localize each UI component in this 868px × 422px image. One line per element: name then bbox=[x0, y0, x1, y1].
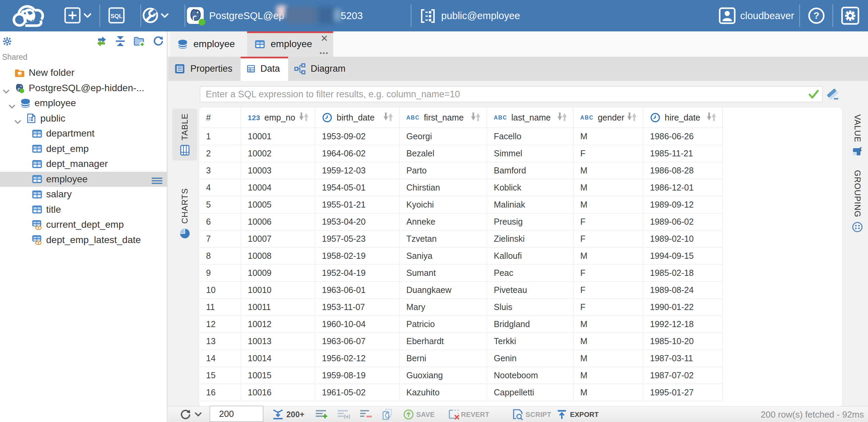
grid-cell[interactable]: 1964-06-02 bbox=[315, 145, 399, 162]
tree-item-menu-handle-icon[interactable] bbox=[151, 176, 163, 187]
grid-cell[interactable]: Chirstian bbox=[399, 179, 487, 196]
sort-arrows-icon[interactable] bbox=[706, 112, 717, 124]
grid-cell[interactable]: F bbox=[573, 230, 643, 248]
close-tab-icon[interactable] bbox=[321, 35, 328, 42]
grid-cell[interactable]: 10015 bbox=[241, 367, 315, 384]
tree-item-dept-emp[interactable]: dept_emp bbox=[0, 141, 167, 157]
grid-cell[interactable]: 10001 bbox=[241, 128, 315, 145]
grid-cell[interactable]: 10012 bbox=[241, 316, 315, 333]
grid-cell[interactable]: Kazuhito bbox=[399, 384, 487, 401]
grid-cell[interactable]: F bbox=[573, 145, 643, 162]
new-connection-chevron-icon[interactable] bbox=[83, 13, 92, 18]
grid-cell[interactable]: 7 bbox=[199, 230, 241, 248]
grid-cell[interactable]: 1952-04-19 bbox=[315, 265, 399, 282]
grid-cell[interactable]: 1953-09-02 bbox=[315, 128, 399, 145]
grid-cell[interactable]: 1957-05-23 bbox=[315, 230, 399, 248]
grid-cell[interactable]: 1985-11-21 bbox=[643, 145, 723, 162]
grid-cell[interactable]: 11 bbox=[199, 299, 241, 316]
grid-cell[interactable]: 1959-08-19 bbox=[315, 367, 399, 384]
grid-cell[interactable]: M bbox=[573, 179, 643, 196]
grid-cell[interactable]: 2 bbox=[199, 145, 241, 162]
column-header-last_name[interactable]: ABClast_name bbox=[487, 108, 573, 128]
grid-cell[interactable]: M bbox=[573, 248, 643, 265]
grid-cell[interactable]: Kalloufi bbox=[487, 248, 573, 265]
tree-expand-chevron-icon[interactable] bbox=[3, 86, 10, 90]
export-button[interactable]: EXPORT bbox=[556, 407, 608, 422]
sql-editor-button[interactable]: SQL bbox=[108, 7, 125, 24]
grid-cell[interactable]: 1994-09-15 bbox=[643, 248, 723, 265]
tree-item-salary[interactable]: salary bbox=[0, 187, 167, 202]
grid-cell[interactable]: 1958-02-19 bbox=[315, 248, 399, 265]
grid-cell[interactable]: Peac bbox=[487, 265, 573, 282]
refresh-results-icon[interactable] bbox=[180, 409, 191, 420]
grid-cell[interactable]: Parto bbox=[399, 162, 487, 179]
grid-cell[interactable]: Kyoichi bbox=[399, 196, 487, 213]
grid-cell[interactable]: M bbox=[573, 350, 643, 367]
clear-filter-button[interactable] bbox=[827, 88, 839, 100]
grid-cell[interactable]: Eberhardt bbox=[399, 333, 487, 350]
tree-item-dept-emp-latest-date[interactable]: dept_emp_latest_date bbox=[0, 233, 167, 248]
grid-cell[interactable]: 10003 bbox=[241, 162, 315, 179]
grid-cell[interactable]: 15 bbox=[199, 367, 241, 384]
grid-cell[interactable]: 13 bbox=[199, 333, 241, 350]
grid-cell[interactable]: Simmel bbox=[487, 145, 573, 162]
grid-cell[interactable]: 1989-09-12 bbox=[643, 196, 723, 213]
grid-cell[interactable]: Tzvetan bbox=[399, 230, 487, 248]
grid-cell[interactable]: 1985-02-18 bbox=[643, 265, 723, 282]
settings-button[interactable] bbox=[841, 6, 859, 25]
grid-cell[interactable]: 1986-06-26 bbox=[643, 128, 723, 145]
grid-cell[interactable]: 10 bbox=[199, 282, 241, 299]
grid-cell[interactable]: M bbox=[573, 333, 643, 350]
grid-cell[interactable]: 1992-12-18 bbox=[643, 316, 723, 333]
grid-cell[interactable]: 1963-06-01 bbox=[315, 282, 399, 299]
grid-cell[interactable]: 10013 bbox=[241, 333, 315, 350]
grid-cell[interactable]: Mary bbox=[399, 299, 487, 316]
grid-cell[interactable]: 10004 bbox=[241, 179, 315, 196]
tree-item-new-folder[interactable]: New folder bbox=[0, 65, 167, 81]
grid-cell[interactable]: Maliniak bbox=[487, 196, 573, 213]
duplicate-table-icon[interactable] bbox=[382, 408, 394, 421]
grid-cell[interactable]: 1986-08-28 bbox=[643, 162, 723, 179]
grid-cell[interactable]: Berni bbox=[399, 350, 487, 367]
column-header-emp_no[interactable]: 123emp_no bbox=[241, 108, 315, 128]
grid-cell[interactable]: Cappelletti bbox=[487, 384, 573, 401]
connection-search-button[interactable] bbox=[141, 7, 159, 25]
grid-cell[interactable]: 1990-01-22 bbox=[643, 299, 723, 316]
tree-item-current-dept-emp[interactable]: current_dept_emp bbox=[0, 217, 167, 233]
grid-cell[interactable]: Terkki bbox=[487, 333, 573, 350]
grid-cell[interactable]: 12 bbox=[199, 316, 241, 333]
grid-cell[interactable]: F bbox=[573, 282, 643, 299]
grid-cell[interactable]: 1953-04-20 bbox=[315, 213, 399, 230]
script-button[interactable]: SCRIPT bbox=[512, 407, 560, 422]
grid-cell[interactable]: Georgi bbox=[399, 128, 487, 145]
rows-per-page-input[interactable]: 200 bbox=[209, 406, 263, 422]
grid-cell[interactable]: 1 bbox=[199, 128, 241, 145]
duplicate-row-icon[interactable] bbox=[337, 409, 350, 420]
grid-cell[interactable]: 1985-10-20 bbox=[643, 333, 723, 350]
sidebar-settings-gear-icon[interactable] bbox=[3, 37, 12, 46]
help-button[interactable]: ? bbox=[808, 7, 825, 24]
grid-cell[interactable]: 10010 bbox=[241, 282, 315, 299]
grid-cell[interactable]: Anneke bbox=[399, 213, 487, 230]
panel-tab-grouping[interactable]: GROUPING bbox=[847, 167, 868, 236]
grid-cell[interactable]: M bbox=[573, 384, 643, 401]
grid-cell[interactable]: Zielinski bbox=[487, 230, 573, 248]
tree-item-postgresql-ep-hidden-[interactable]: PostgreSQL@ep-hidden-... bbox=[0, 81, 167, 96]
grid-cell[interactable]: 10008 bbox=[241, 248, 315, 265]
grid-cell[interactable]: 10007 bbox=[241, 230, 315, 248]
refresh-options-chevron-icon[interactable] bbox=[195, 412, 202, 417]
fetch-page-button[interactable]: 200+ bbox=[272, 407, 317, 422]
panel-tab-value[interactable]: VALUE bbox=[847, 110, 868, 161]
grid-cell[interactable]: 10002 bbox=[241, 145, 315, 162]
grid-cell[interactable]: F bbox=[573, 265, 643, 282]
grid-cell[interactable]: 1986-12-01 bbox=[643, 179, 723, 196]
tree-item-employee[interactable]: employee bbox=[0, 96, 167, 111]
tree-item-title[interactable]: title bbox=[0, 202, 167, 217]
connection-selector[interactable]: PostgreSQL@ep 5203 bbox=[187, 0, 409, 31]
grid-cell[interactable]: Facello bbox=[487, 128, 573, 145]
grid-cell[interactable]: 10011 bbox=[241, 299, 315, 316]
grid-cell[interactable]: 4 bbox=[199, 179, 241, 196]
grid-cell[interactable]: 1956-02-12 bbox=[315, 350, 399, 367]
new-connection-button[interactable] bbox=[64, 7, 81, 24]
tree-item-dept-manager[interactable]: dept_manager bbox=[0, 156, 167, 172]
